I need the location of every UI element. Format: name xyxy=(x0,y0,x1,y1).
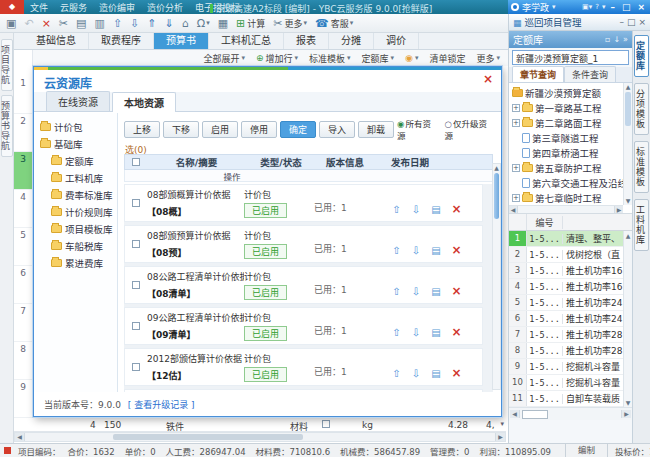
popout-icon[interactable] xyxy=(605,35,610,44)
scroll-thumb[interactable] xyxy=(113,434,303,440)
dialog-button[interactable]: 上移 xyxy=(124,121,160,138)
calc-icon[interactable]: ⊞ 计算 xyxy=(236,17,265,30)
select-all-checkbox[interactable] xyxy=(132,158,140,166)
scroll-right-icon[interactable]: ▶ xyxy=(614,206,623,213)
清理、整平、[interactable]: 1 1-5... 清理、整平、 xyxy=(509,231,632,247)
row-checkbox[interactable] xyxy=(132,322,140,330)
tree-item[interactable]: 工料机库 xyxy=(34,169,117,186)
scroll-up-icon[interactable]: ▲ xyxy=(624,231,632,240)
scroll-up-icon[interactable]: ▲ xyxy=(624,83,632,91)
2012部颁估算计价依据[interactable]: 2012部颁估算计价依据 【12估】 计价包 已启用 已用：1 xyxy=(124,348,483,386)
cell-checkbox[interactable] xyxy=(322,420,330,428)
mail-icon[interactable]: ▣▾ xyxy=(582,3,592,11)
more-icon[interactable]: ✂ 更多 ▾ xyxy=(273,17,307,30)
tree-item[interactable]: 计价包 xyxy=(34,118,117,135)
tool-close-button[interactable] xyxy=(638,17,646,27)
copy-icon[interactable]: ▤ xyxy=(76,18,86,29)
dock-tab[interactable]: 定额库 xyxy=(634,35,649,77)
09公路工程清单计价依据[interactable]: 09公路工程清单计价依据 【09清单】 计价包 已启用 已用：1 xyxy=(124,307,483,345)
tool-maximize-button[interactable] xyxy=(627,17,636,27)
scroll-thumb[interactable] xyxy=(625,92,631,126)
paste-icon[interactable]: ▥ xyxy=(94,18,104,29)
推土机功率16[interactable]: 3 1-5... 推土机功率16 xyxy=(509,263,632,279)
expand-icon[interactable]: + xyxy=(512,104,520,112)
main-tab[interactable]: 报表 xyxy=(284,33,329,49)
row-delete-icon[interactable] xyxy=(452,244,462,256)
scroll-left-icon[interactable]: ◀ xyxy=(15,433,25,441)
main-tab[interactable]: 取费程序 xyxy=(89,33,154,49)
menu-item[interactable]: 云服务 xyxy=(60,1,87,14)
panel-more-icon[interactable] xyxy=(623,35,628,44)
row-move-up-icon[interactable] xyxy=(392,287,400,297)
query-tab[interactable]: 条件查询 xyxy=(564,66,616,82)
row-edit-icon[interactable] xyxy=(431,246,440,256)
user-name[interactable]: 李学政 xyxy=(522,1,549,14)
home-icon[interactable]: ⌂ xyxy=(182,18,189,29)
dialog-button[interactable]: 卸载 xyxy=(358,121,394,138)
chapter-item[interactable]: 第四章桥涵工程 xyxy=(512,145,623,160)
expand-icon[interactable] xyxy=(512,179,520,187)
menu-item[interactable]: 造价分析 xyxy=(147,1,183,14)
chapter-item[interactable]: + 第五章防护工程 xyxy=(512,160,623,175)
page-input[interactable] xyxy=(522,410,548,419)
row-move-down-icon[interactable] xyxy=(412,246,420,256)
chapter-item[interactable]: + 第一章路基工程 xyxy=(512,100,623,115)
dialog-close-icon[interactable]: × xyxy=(483,72,493,86)
upgrade-log-link[interactable]: [ 查看升级记录 ] xyxy=(128,400,195,410)
save-icon[interactable]: ▣ xyxy=(6,18,16,29)
expand-icon[interactable] xyxy=(512,134,520,142)
dialog-button[interactable]: 确定 xyxy=(280,121,316,138)
chapter-item[interactable]: + 第七章临时工程 xyxy=(512,190,623,205)
row-move-up-icon[interactable] xyxy=(392,328,400,338)
tree-item[interactable]: 定额库 xyxy=(34,152,117,169)
scroll-up-icon[interactable]: ▲ xyxy=(493,164,500,172)
推土机功率28[interactable]: 8 1-5... 推土机功率28 xyxy=(509,343,632,359)
挖掘机斗容量[interactable]: 10 1-5... 挖掘机斗容量 xyxy=(509,375,632,391)
tree-item[interactable]: 计价规则库 xyxy=(34,203,117,220)
row-move-up-icon[interactable] xyxy=(392,205,400,215)
cut-icon[interactable]: ✂ xyxy=(59,18,68,29)
chapter-item[interactable]: 新疆沙漠预算定额 xyxy=(512,85,623,100)
quota-name-input[interactable]: 新疆沙漠预算定额_1 xyxy=(512,50,629,65)
dialog-tab[interactable]: 在线资源 xyxy=(46,91,110,111)
row-delete-icon[interactable] xyxy=(452,326,462,338)
report-icon[interactable]: ▦ xyxy=(218,18,228,29)
row-checkbox[interactable] xyxy=(132,281,140,289)
maximize-button[interactable] xyxy=(620,2,633,12)
scroll-right-icon[interactable]: ▶ xyxy=(495,433,505,441)
query-tab[interactable]: 章节查询 xyxy=(512,66,564,82)
chapter-item[interactable]: 第三章隧道工程 xyxy=(512,130,623,145)
scroll-left-icon[interactable]: ◀ xyxy=(509,206,518,213)
scroll-down-icon[interactable]: ▼ xyxy=(624,197,632,205)
main-tab[interactable]: 工料机汇总 xyxy=(209,33,284,49)
row-move-up-icon[interactable] xyxy=(392,369,400,379)
nav-tab-budget-book[interactable]: 预算书导航 xyxy=(1,95,13,157)
云南省09概算计价依据[interactable]: 云南省09概算计价依据 计价包 xyxy=(124,389,483,392)
row-edit-icon[interactable] xyxy=(431,369,440,379)
delete-icon[interactable]: × xyxy=(42,18,51,29)
pin-icon[interactable] xyxy=(613,35,620,44)
nav-tab-project[interactable]: 项目导航 xyxy=(1,39,13,91)
expand-icon[interactable]: + xyxy=(512,164,520,172)
dialog-button[interactable]: 启用 xyxy=(202,121,238,138)
dock-tab[interactable]: 工料机库 xyxy=(634,199,649,251)
推土机功率24[interactable]: 6 1-5... 推土机功率24 xyxy=(509,311,632,327)
tree-vertical-scrollbar[interactable]: ▲ ▼ xyxy=(623,83,632,205)
挖掘机斗容量[interactable]: 9 1-5... 挖掘机斗容量 xyxy=(509,359,632,375)
dialog-button[interactable]: 停用 xyxy=(241,121,277,138)
main-tab[interactable]: 预算书 xyxy=(154,33,209,49)
row-move-down-icon[interactable] xyxy=(412,328,420,338)
expand-icon[interactable]: + xyxy=(512,194,520,202)
dialog-scrollbar[interactable]: ▲ xyxy=(492,163,501,390)
symbol-icon[interactable]: Ω ▾ xyxy=(197,18,210,29)
row-edit-icon[interactable] xyxy=(431,328,440,338)
promote-icon[interactable]: ⇑ xyxy=(147,18,156,29)
main-tab[interactable]: 分摊 xyxy=(329,33,374,49)
main-tab[interactable]: 调价 xyxy=(374,33,419,49)
row-move-down-icon[interactable] xyxy=(412,369,420,379)
tree-item[interactable]: 费率标准库 xyxy=(34,186,117,203)
menu-item[interactable]: 文件 xyxy=(30,1,48,14)
row-delete-icon[interactable] xyxy=(452,367,462,379)
scroll-down-icon[interactable]: ▼ xyxy=(624,398,632,407)
自卸车装载质[interactable]: 11 1-5... 自卸车装载质 xyxy=(509,391,632,407)
